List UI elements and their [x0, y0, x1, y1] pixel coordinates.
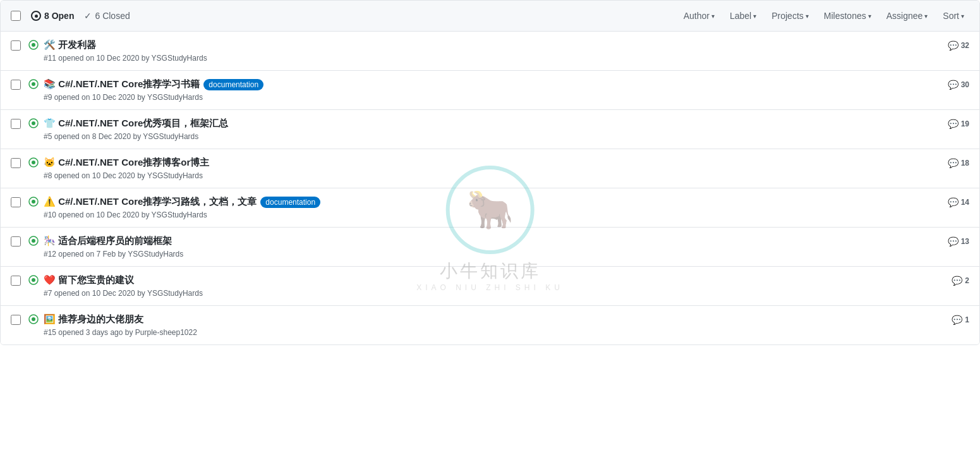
svg-point-13 — [32, 278, 35, 282]
comment-icon: 💬 — [948, 119, 959, 129]
open-count-button[interactable]: 8 Open — [31, 11, 74, 21]
issue-checkbox[interactable] — [11, 236, 21, 247]
issue-title-line: 📚 C#/.NET/.NET Core推荐学习书籍documentation — [44, 78, 938, 90]
issue-title-link[interactable]: 🛠️ 开发利器 — [44, 39, 96, 51]
issue-content: ⚠️ C#/.NET/.NET Core推荐学习路线，文档，文章document… — [44, 196, 938, 219]
comment-icon: 💬 — [948, 158, 959, 168]
issue-meta: #7 opened on 10 Dec 2020 by YSGStudyHard… — [44, 289, 941, 298]
issue-content: ❤️ 留下您宝贵的建议#7 opened on 10 Dec 2020 by Y… — [44, 274, 941, 298]
issue-comments-count[interactable]: 💬19 — [948, 119, 969, 129]
issue-meta: #8 opened on 10 Dec 2020 by YSGStudyHard… — [44, 171, 938, 180]
issue-title-line: ⚠️ C#/.NET/.NET Core推荐学习路线，文档，文章document… — [44, 196, 938, 208]
open-issue-status-icon — [28, 79, 39, 91]
open-issue-status-icon — [28, 118, 39, 130]
svg-point-15 — [32, 317, 35, 321]
issue-comments-count[interactable]: 💬32 — [948, 40, 969, 51]
table-row: 🐱 C#/.NET/.NET Core推荐博客or博主#8 opened on … — [1, 149, 979, 188]
issues-header: 8 Open ✓ 6 Closed Author ▾ Label ▾ Proje… — [1, 1, 979, 32]
issue-checkbox[interactable] — [11, 276, 21, 286]
issue-checkbox[interactable] — [11, 119, 21, 129]
open-issue-status-icon — [28, 236, 39, 248]
issue-checkbox[interactable] — [11, 197, 21, 207]
comment-count: 2 — [965, 276, 969, 285]
issue-comments-count[interactable]: 💬18 — [948, 158, 969, 168]
label-filter-button[interactable]: Label ▾ — [725, 8, 761, 23]
open-issue-icon — [31, 11, 41, 21]
issue-content: 🖼️ 推荐身边的大佬朋友#15 opened 3 days ago by Pur… — [44, 314, 941, 337]
sort-filter-button[interactable]: Sort ▾ — [938, 8, 969, 23]
issue-title-link[interactable]: ❤️ 留下您宝贵的建议 — [44, 274, 134, 286]
svg-point-9 — [32, 200, 35, 204]
issue-comments-count[interactable]: 💬1 — [952, 315, 969, 325]
comment-count: 1 — [965, 315, 969, 324]
issues-list: 🛠️ 开发利器#11 opened on 10 Dec 2020 by YSGS… — [1, 32, 979, 344]
open-issue-status-icon — [28, 157, 39, 169]
issue-content: 📚 C#/.NET/.NET Core推荐学习书籍documentation#9… — [44, 78, 938, 102]
svg-point-5 — [32, 121, 35, 125]
comment-icon: 💬 — [948, 40, 959, 51]
closed-check-icon: ✓ — [84, 11, 92, 21]
open-issue-status-icon — [28, 275, 39, 287]
comment-icon: 💬 — [948, 236, 959, 247]
label-caret-icon: ▾ — [753, 13, 756, 20]
issue-meta: #5 opened on 8 Dec 2020 by YSGStudyHards — [44, 132, 938, 141]
issue-checkbox[interactable] — [11, 80, 21, 90]
table-row: ⚠️ C#/.NET/.NET Core推荐学习路线，文档，文章document… — [1, 188, 979, 228]
closed-count-label: 6 Closed — [95, 11, 130, 21]
comment-count: 19 — [961, 119, 969, 128]
issue-content: 🐱 C#/.NET/.NET Core推荐博客or博主#8 opened on … — [44, 157, 938, 180]
table-row: ❤️ 留下您宝贵的建议#7 opened on 10 Dec 2020 by Y… — [1, 267, 979, 306]
assignee-filter-button[interactable]: Assignee ▾ — [881, 8, 933, 23]
closed-count-button[interactable]: ✓ 6 Closed — [84, 11, 130, 21]
issue-content: 🎠 适合后端程序员的前端框架#12 opened on 7 Feb by YSG… — [44, 235, 938, 259]
header-right: Author ▾ Label ▾ Projects ▾ Milestones ▾… — [679, 8, 969, 23]
issue-meta: #11 opened on 10 Dec 2020 by YSGStudyHar… — [44, 54, 938, 63]
svg-point-11 — [32, 239, 35, 243]
issue-label-badge[interactable]: documentation — [203, 79, 263, 90]
author-caret-icon: ▾ — [711, 13, 715, 20]
issue-checkbox[interactable] — [11, 40, 21, 51]
comment-count: 14 — [961, 198, 969, 207]
svg-point-7 — [32, 161, 35, 164]
comment-icon: 💬 — [952, 315, 962, 325]
comment-count: 32 — [961, 41, 969, 50]
issue-content: 👕 C#/.NET/.NET Core优秀项目，框架汇总#5 opened on… — [44, 118, 938, 141]
projects-filter-button[interactable]: Projects ▾ — [766, 8, 814, 23]
author-filter-button[interactable]: Author ▾ — [679, 8, 720, 23]
issue-title-line: 🖼️ 推荐身边的大佬朋友 — [44, 314, 941, 326]
comment-icon: 💬 — [952, 276, 962, 286]
issue-title-line: 🐱 C#/.NET/.NET Core推荐博客or博主 — [44, 157, 938, 169]
open-issue-status-icon — [28, 314, 39, 326]
comment-icon: 💬 — [948, 197, 959, 207]
issue-meta: #10 opened on 10 Dec 2020 by YSGStudyHar… — [44, 210, 938, 219]
issue-title-link[interactable]: 👕 C#/.NET/.NET Core优秀项目，框架汇总 — [44, 118, 228, 130]
issue-meta: #12 opened on 7 Feb by YSGStudyHards — [44, 250, 938, 259]
issue-title-link[interactable]: 📚 C#/.NET/.NET Core推荐学习书籍 — [44, 78, 200, 90]
issue-title-line: ❤️ 留下您宝贵的建议 — [44, 274, 941, 286]
header-left: 8 Open ✓ 6 Closed — [11, 11, 130, 21]
issue-content: 🛠️ 开发利器#11 opened on 10 Dec 2020 by YSGS… — [44, 39, 938, 63]
table-row: 👕 C#/.NET/.NET Core优秀项目，框架汇总#5 opened on… — [1, 110, 979, 149]
issue-comments-count[interactable]: 💬14 — [948, 197, 969, 207]
table-row: 🖼️ 推荐身边的大佬朋友#15 opened 3 days ago by Pur… — [1, 306, 979, 344]
select-all-checkbox[interactable] — [11, 11, 21, 21]
issue-checkbox[interactable] — [11, 158, 21, 168]
issue-title-link[interactable]: ⚠️ C#/.NET/.NET Core推荐学习路线，文档，文章 — [44, 196, 257, 208]
table-row: 🎠 适合后端程序员的前端框架#12 opened on 7 Feb by YSG… — [1, 228, 979, 267]
milestones-filter-button[interactable]: Milestones ▾ — [819, 8, 876, 23]
issue-checkbox[interactable] — [11, 315, 21, 325]
issue-title-link[interactable]: 🎠 适合后端程序员的前端框架 — [44, 235, 172, 247]
comment-count: 30 — [961, 80, 969, 89]
open-issue-status-icon — [28, 40, 39, 52]
comment-icon: 💬 — [948, 80, 959, 90]
issues-container: 8 Open ✓ 6 Closed Author ▾ Label ▾ Proje… — [0, 0, 980, 345]
issue-comments-count[interactable]: 💬30 — [948, 80, 969, 90]
issue-comments-count[interactable]: 💬2 — [952, 276, 969, 286]
issue-title-link[interactable]: 🐱 C#/.NET/.NET Core推荐博客or博主 — [44, 157, 209, 169]
assignee-caret-icon: ▾ — [924, 13, 928, 20]
table-row: 🛠️ 开发利器#11 opened on 10 Dec 2020 by YSGS… — [1, 32, 979, 71]
issue-comments-count[interactable]: 💬13 — [948, 236, 969, 247]
issue-label-badge[interactable]: documentation — [260, 197, 320, 208]
issue-title-link[interactable]: 🖼️ 推荐身边的大佬朋友 — [44, 314, 143, 326]
issue-title-line: 🎠 适合后端程序员的前端框架 — [44, 235, 938, 247]
